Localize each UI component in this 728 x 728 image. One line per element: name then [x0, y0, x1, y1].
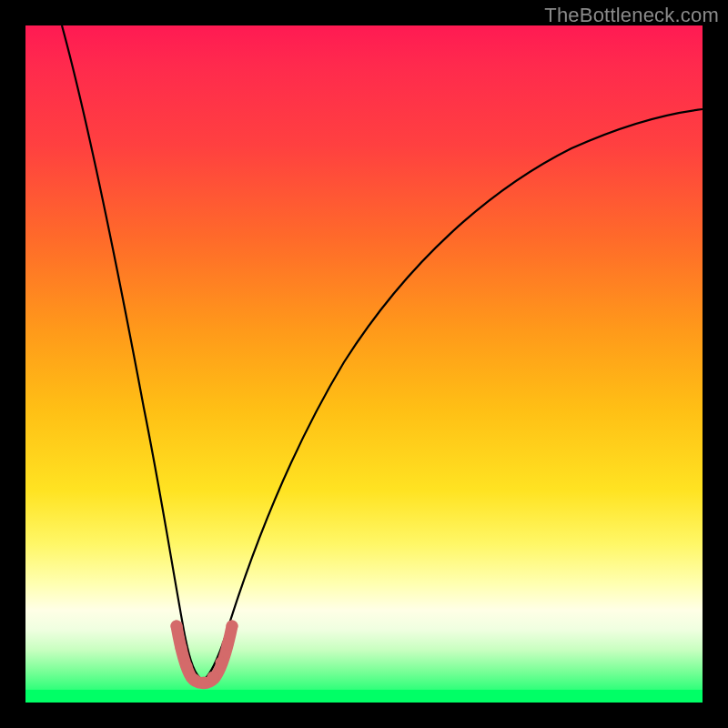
svg-point-0 — [171, 621, 183, 632]
curve-layer — [25, 25, 703, 703]
svg-point-8 — [227, 621, 238, 632]
svg-point-5 — [207, 672, 219, 683]
svg-point-6 — [216, 657, 228, 669]
svg-point-2 — [181, 661, 193, 672]
svg-point-7 — [222, 639, 234, 651]
svg-point-1 — [176, 642, 187, 654]
watermark-text: TheBottleneck.com — [544, 4, 719, 27]
bottleneck-curve — [62, 25, 703, 681]
plot-frame — [25, 25, 703, 703]
